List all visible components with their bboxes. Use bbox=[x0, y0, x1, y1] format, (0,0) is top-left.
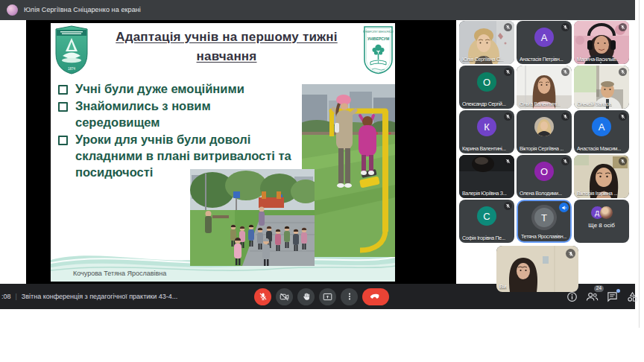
participant-name: Валерія Юріївна З... bbox=[462, 191, 507, 196]
participant-tile[interactable]: К Карина Валентині... bbox=[459, 110, 514, 153]
self-view-tile[interactable]: Ви bbox=[496, 246, 578, 292]
universum-text: УНІВЕРСУМ bbox=[367, 36, 389, 41]
slide-bullet-list: Учні були дуже емоційними Знайомились з … bbox=[58, 80, 304, 181]
school-shield-logo: 1874 bbox=[54, 25, 89, 75]
chat-notification-dot bbox=[616, 289, 620, 293]
mic-off-icon bbox=[504, 202, 512, 210]
participant-tile[interactable]: Вікторія Сергіївна ... bbox=[517, 110, 572, 153]
bullet-square-icon bbox=[58, 102, 68, 112]
participant-name: Карина Валентині... bbox=[462, 146, 506, 151]
bullet-square-icon bbox=[58, 85, 68, 95]
presentation-slide: 1874 Адаптація учнів на першому тижні на… bbox=[51, 23, 395, 282]
mic-off-icon bbox=[504, 68, 512, 76]
avatar-initial: О bbox=[477, 72, 496, 92]
chat-icon[interactable] bbox=[605, 290, 619, 303]
activities-icon[interactable] bbox=[625, 290, 639, 303]
participant-name: Олена Володими... bbox=[520, 191, 562, 196]
avatar-photo bbox=[534, 117, 554, 136]
shared-screen-stage: 1874 Адаптація учнів на першому тижні на… bbox=[26, 20, 456, 284]
mic-toggle-button[interactable] bbox=[254, 288, 271, 305]
more-participants-tile[interactable]: Д Ще 8 осіб bbox=[574, 200, 629, 243]
overflow-avatars: Д bbox=[591, 206, 613, 219]
participant-name: Анастасія Максим... bbox=[577, 146, 621, 151]
presenter-banner-text: Юлія Сергіївна Сніцаренко на екрані bbox=[24, 0, 141, 20]
avatar-initial: С bbox=[477, 206, 496, 226]
participant-tile[interactable]: А Анастасія Петрівн... bbox=[517, 21, 572, 64]
avatar-photo bbox=[600, 206, 613, 219]
participant-tile[interactable]: Вікторія Ігорівна ... bbox=[574, 155, 629, 198]
participant-name: Ольга Валентині... bbox=[520, 101, 561, 107]
avatar-initial: А bbox=[592, 117, 611, 136]
participant-tile[interactable]: Олексій Запара bbox=[574, 66, 629, 109]
presenter-banner: Юлія Сергіївна Сніцаренко на екрані bbox=[0, 0, 635, 20]
participant-name: Софія Ігорівна Пе... bbox=[462, 235, 505, 241]
participant-name: Юлія Сергіївна С... bbox=[462, 57, 504, 62]
mic-off-icon bbox=[504, 112, 512, 121]
present-screen-button[interactable] bbox=[319, 288, 336, 305]
participant-name: Олександр Сергій... bbox=[462, 101, 506, 107]
participant-tile-speaking[interactable]: Т Тетяна Ярославівн... bbox=[517, 200, 572, 243]
university-name-text: КИЇВСЬКИЙ УНІВЕРСИТЕТ ІМЕНІ БОРИСА ГРІНЧ… bbox=[363, 31, 394, 34]
slide-author-caption: Кочурова Тетяна Ярославівна bbox=[73, 270, 166, 277]
mic-off-icon bbox=[561, 68, 569, 76]
mic-off-icon bbox=[561, 112, 569, 121]
bullet-item: Учні були дуже емоційними bbox=[58, 80, 304, 97]
avatar-initial: К bbox=[477, 117, 496, 136]
bullet-text: Учні були дуже емоційними bbox=[75, 80, 244, 97]
more-participants-label: Ще 8 осіб bbox=[588, 222, 615, 229]
mic-off-icon bbox=[504, 23, 512, 31]
meeting-time: :08 bbox=[1, 293, 11, 300]
participant-count-badge: 24 bbox=[594, 285, 604, 292]
bullet-item: Знайомились з новим середовищем bbox=[58, 98, 304, 130]
shield-year: 1874 bbox=[68, 67, 76, 71]
speaker-icon bbox=[559, 203, 569, 212]
mic-off-icon bbox=[619, 68, 627, 76]
participant-name: Тетяна Ярославівн... bbox=[521, 234, 566, 239]
avatar-initial: О bbox=[534, 162, 554, 181]
slide-photo-children bbox=[190, 169, 315, 266]
more-options-button[interactable] bbox=[341, 288, 358, 305]
participant-tile[interactable]: Валерія Юріївна З... bbox=[459, 155, 514, 198]
mic-off-icon bbox=[566, 249, 575, 258]
participant-tile[interactable]: О Олена Володими... bbox=[517, 155, 572, 198]
participant-name: Вікторія Сергіївна ... bbox=[520, 146, 564, 151]
participant-name: Вікторія Ігорівна ... bbox=[577, 191, 617, 196]
raise-hand-button[interactable] bbox=[297, 288, 315, 305]
window-edge bbox=[639, 0, 640, 328]
universum-college-logo: КИЇВСЬКИЙ УНІВЕРСИТЕТ ІМЕНІ БОРИСА ГРІНЧ… bbox=[363, 25, 394, 75]
mic-off-icon bbox=[561, 23, 569, 31]
mic-off-icon bbox=[561, 157, 569, 165]
participant-tile[interactable]: Ольга Валентині... bbox=[517, 66, 572, 109]
meeting-name: Звітна конференція з педагогічної практи… bbox=[22, 293, 177, 300]
self-label: Ви bbox=[499, 283, 507, 290]
presenter-avatar bbox=[7, 4, 18, 16]
participant-tile[interactable]: О Олександр Сергій... bbox=[459, 66, 514, 109]
slide-photo-playground bbox=[302, 84, 395, 257]
mic-off-icon bbox=[619, 112, 627, 121]
participant-name: Олексій Запара bbox=[577, 101, 612, 107]
bullet-square-icon bbox=[58, 136, 68, 145]
mic-off-icon bbox=[619, 157, 627, 165]
avatar-initial: А bbox=[534, 28, 554, 47]
participant-name: Анастасія Петрівн... bbox=[520, 57, 564, 62]
divider: | bbox=[16, 293, 17, 300]
end-call-button[interactable] bbox=[362, 288, 389, 305]
mic-off-icon bbox=[619, 23, 627, 31]
camera-toggle-button[interactable] bbox=[276, 288, 293, 305]
bullet-text: Знайомились з новим середовищем bbox=[75, 98, 228, 130]
participant-tile[interactable]: А Анастасія Максим... bbox=[574, 110, 629, 153]
slide-title: Адаптація учнів на першому тижні навчанн… bbox=[88, 28, 365, 66]
participant-name: Марина Васильів... bbox=[577, 57, 619, 62]
participant-tile[interactable]: Юлія Сергіївна С... bbox=[459, 21, 514, 64]
mic-off-icon bbox=[504, 157, 512, 165]
avatar-initial: Т bbox=[534, 208, 554, 227]
people-icon[interactable]: 24 bbox=[585, 290, 599, 303]
participant-tile[interactable]: С Софія Ігорівна Пе... bbox=[459, 200, 514, 243]
meet-window: Юлія Сергіївна Сніцаренко на екрані 1874 bbox=[0, 0, 644, 362]
participant-tile[interactable]: Марина Васильів... bbox=[574, 21, 629, 64]
